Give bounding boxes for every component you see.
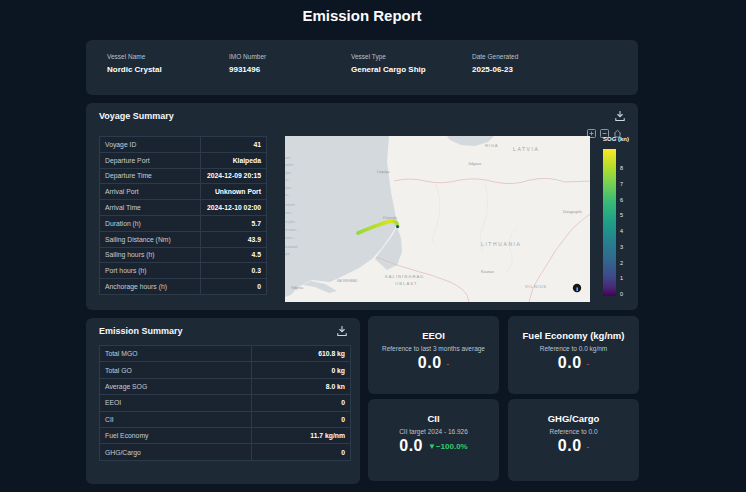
row-value: 610.8 kg bbox=[252, 346, 350, 361]
map-label-latvia: LATVIA bbox=[513, 146, 539, 152]
download-icon[interactable] bbox=[336, 325, 348, 337]
row-label: Sailing hours (h) bbox=[100, 248, 201, 263]
table-row: Total GO0 kg bbox=[100, 362, 350, 378]
row-value: Klaipeda bbox=[201, 153, 266, 168]
metric-card-ghg-cargo: GHG/Cargo Reference to 0.0 0.0 - bbox=[508, 399, 639, 481]
table-row: Sailing Distance (Nm)43.9 bbox=[100, 232, 266, 248]
colorbar-tick: 4 bbox=[620, 228, 623, 234]
row-value: 0 bbox=[252, 395, 350, 410]
sea-name-label: Ostsee - bbox=[285, 236, 295, 240]
emission-summary-panel: Emission Summary Total MGO610.8 kg Total… bbox=[86, 318, 360, 484]
row-label: Average SOG bbox=[100, 379, 252, 394]
table-row: Total MGO610.8 kg bbox=[100, 346, 350, 362]
reset-view-home-icon[interactable] bbox=[613, 124, 622, 133]
row-value: 2024-12-09 20:15 bbox=[201, 169, 266, 184]
table-row: Voyage ID41 bbox=[100, 137, 266, 153]
sea-name-label: Läänemeri bbox=[285, 203, 295, 207]
emission-summary-title: Emission Summary bbox=[99, 326, 183, 336]
table-row: Sailing hours (h)4.5 bbox=[100, 248, 266, 264]
colorbar-tick: 0 bbox=[620, 291, 623, 297]
row-value: 0 bbox=[252, 412, 350, 427]
sea-name-label: Østersøen - bbox=[285, 228, 299, 232]
metric-delta: - bbox=[587, 442, 590, 451]
row-label: Arrival Time bbox=[100, 200, 201, 215]
metric-value: 0.0 bbox=[558, 437, 582, 455]
table-row: Departure PortKlaipeda bbox=[100, 153, 266, 169]
metric-value: 0.0 bbox=[418, 354, 442, 372]
row-value: 43.9 bbox=[201, 232, 266, 247]
vessel-type-label: Vessel Type bbox=[351, 53, 472, 60]
vessel-type-field: Vessel Type General Cargo Ship bbox=[351, 53, 472, 95]
metric-title: EEOI bbox=[368, 330, 499, 341]
row-label: GHG/Cargo bbox=[100, 444, 252, 459]
table-row: GHG/Cargo0 bbox=[100, 444, 350, 460]
row-label: Duration (h) bbox=[100, 216, 201, 231]
row-value: 41 bbox=[201, 137, 266, 152]
vessel-name-value: Nordic Crystal bbox=[107, 65, 229, 74]
sea-name-label: Bałtyckie bbox=[285, 163, 293, 167]
route-end-marker[interactable] bbox=[396, 225, 399, 228]
zoom-in-icon[interactable] bbox=[587, 124, 596, 133]
colorbar-tick: 3 bbox=[620, 244, 623, 250]
imo-number-value: 9931496 bbox=[229, 65, 351, 74]
metric-subtitle: Reference to last 3 months average bbox=[368, 345, 499, 352]
map-label-vilnius: VILNIUS bbox=[525, 284, 547, 289]
row-label: Port hours (h) bbox=[100, 263, 201, 278]
metric-subtitle: Reference to 0.0 kg/nm bbox=[508, 345, 639, 352]
voyage-summary-table: Voyage ID41 Departure PortKlaipeda Depar… bbox=[99, 136, 267, 295]
map-label-daugavpils: Daugavpils bbox=[563, 210, 582, 214]
map-attribution-info-icon[interactable]: i bbox=[573, 284, 581, 292]
map-label-gdynia: Gdynia bbox=[291, 286, 304, 290]
sea-name-label: Baltijos bbox=[285, 186, 291, 190]
row-label: CII bbox=[100, 412, 252, 427]
map-label-kaliningrad-city: KALININGRAD bbox=[337, 279, 358, 283]
page-title: Emission Report bbox=[86, 7, 638, 24]
sea-name-label: Itämeri - bbox=[285, 211, 294, 215]
voyage-summary-panel: Voyage Summary Voyage ID41 Departure Por… bbox=[86, 103, 638, 310]
emission-summary-table: Total MGO610.8 kg Total GO0 kg Average S… bbox=[99, 345, 351, 461]
metric-subtitle: Reference to 0.0 bbox=[508, 428, 639, 435]
metric-delta: - bbox=[447, 359, 450, 368]
row-label: Fuel Economy bbox=[100, 428, 252, 443]
sea-name-label: jūra - bbox=[285, 178, 290, 182]
row-value: 0 bbox=[201, 279, 266, 294]
sea-name-label: Baltijas bbox=[285, 171, 291, 175]
colorbar-tick: 5 bbox=[620, 212, 623, 218]
metric-subtitle: CII target 2024 - 16.926 bbox=[368, 428, 499, 435]
colorbar-tick: 1 bbox=[620, 275, 623, 281]
vessel-name-field: Vessel Name Nordic Crystal bbox=[107, 53, 229, 95]
sea-name-label: Morze bbox=[285, 156, 291, 160]
metric-card-cii: CII CII target 2024 - 16.926 0.0 ▼−100.0… bbox=[368, 399, 499, 481]
vessel-name-label: Vessel Name bbox=[107, 53, 229, 60]
metric-title: Fuel Economy (kg/nm) bbox=[508, 330, 639, 341]
zoom-out-icon[interactable] bbox=[600, 124, 609, 133]
table-row: Arrival PortUnknown Port bbox=[100, 184, 266, 200]
voyage-summary-title: Voyage Summary bbox=[99, 111, 174, 121]
row-label: EEOI bbox=[100, 395, 252, 410]
map-label-kaunas: Kaunas bbox=[481, 270, 494, 274]
sea-name-label: jūra - bbox=[285, 193, 290, 197]
download-icon[interactable] bbox=[614, 110, 626, 122]
row-label: Sailing Distance (Nm) bbox=[100, 232, 201, 247]
colorbar-tick: 7 bbox=[620, 181, 623, 187]
sea-name-label: Östersjön - bbox=[285, 220, 297, 224]
table-row: Anchorage hours (h)0 bbox=[100, 279, 266, 295]
row-value: 8.0 kn bbox=[252, 379, 350, 394]
colorbar-tick: 2 bbox=[620, 260, 623, 266]
metric-card-eeoi: EEOI Reference to last 3 months average … bbox=[368, 316, 499, 394]
row-label: Arrival Port bbox=[100, 184, 201, 199]
imo-number-field: IMO Number 9931496 bbox=[229, 53, 351, 95]
date-generated-label: Date Generated bbox=[472, 53, 594, 60]
row-value: 0 bbox=[252, 444, 350, 459]
voyage-route-map[interactable]: Morze Bałtyckie Baltijas jūra - Baltijos… bbox=[285, 136, 590, 302]
row-value: 5.7 bbox=[201, 216, 266, 231]
metric-delta-down-indicator: ▼−100.0% bbox=[428, 442, 468, 451]
metric-value: 0.0 bbox=[399, 437, 423, 455]
map-label-kaliningrad-oblast: KALININGRAD bbox=[385, 274, 424, 279]
map-label-kaliningrad-oblast: OBLAST bbox=[395, 281, 418, 286]
colorbar-tick: 6 bbox=[620, 197, 623, 203]
table-row: Fuel Economy11.7 kg/nm bbox=[100, 428, 350, 444]
table-row: EEOI0 bbox=[100, 395, 350, 411]
table-row: Arrival Time2024-12-10 02:00 bbox=[100, 200, 266, 216]
vessel-type-value: General Cargo Ship bbox=[351, 65, 472, 74]
